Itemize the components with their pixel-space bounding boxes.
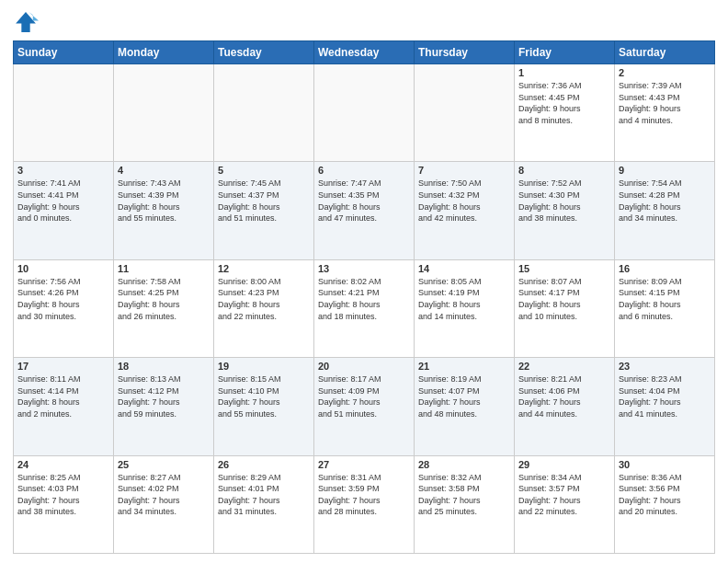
week-row-3: 10Sunrise: 7:56 AM Sunset: 4:26 PM Dayli… [14,259,715,357]
day-info: Sunrise: 7:47 AM Sunset: 4:35 PM Dayligh… [318,178,410,224]
day-info: Sunrise: 8:32 AM Sunset: 3:58 PM Dayligh… [418,472,510,518]
page: SundayMondayTuesdayWednesdayThursdayFrid… [0,0,728,563]
day-number: 4 [118,165,210,176]
calendar-cell: 26Sunrise: 8:29 AM Sunset: 4:01 PM Dayli… [214,455,314,553]
weekday-header-monday: Monday [114,41,214,64]
day-info: Sunrise: 8:02 AM Sunset: 4:21 PM Dayligh… [318,276,410,322]
day-number: 21 [418,361,510,372]
day-info: Sunrise: 8:13 AM Sunset: 4:12 PM Dayligh… [118,373,210,419]
calendar-cell: 20Sunrise: 8:17 AM Sunset: 4:09 PM Dayli… [314,358,415,455]
day-number: 16 [619,263,711,274]
calendar-cell: 30Sunrise: 8:36 AM Sunset: 3:56 PM Dayli… [615,455,715,553]
day-info: Sunrise: 8:09 AM Sunset: 4:15 PM Dayligh… [619,276,711,322]
day-info: Sunrise: 7:43 AM Sunset: 4:39 PM Dayligh… [118,178,210,224]
day-info: Sunrise: 7:36 AM Sunset: 4:45 PM Dayligh… [518,80,610,126]
day-info: Sunrise: 8:17 AM Sunset: 4:09 PM Dayligh… [318,373,410,419]
day-number: 3 [17,165,109,176]
day-number: 25 [118,459,210,470]
day-number: 17 [17,361,109,372]
day-number: 19 [218,361,310,372]
day-info: Sunrise: 8:05 AM Sunset: 4:19 PM Dayligh… [418,276,510,322]
weekday-header-thursday: Thursday [415,41,515,64]
day-number: 15 [518,263,610,274]
day-info: Sunrise: 8:00 AM Sunset: 4:23 PM Dayligh… [218,276,310,322]
calendar-cell: 21Sunrise: 8:19 AM Sunset: 4:07 PM Dayli… [415,358,515,455]
day-number: 29 [518,459,610,470]
calendar-cell [114,64,214,162]
day-number: 8 [518,165,610,176]
day-number: 6 [318,165,410,176]
calendar-cell: 29Sunrise: 8:34 AM Sunset: 3:57 PM Dayli… [515,455,615,553]
day-info: Sunrise: 8:25 AM Sunset: 4:03 PM Dayligh… [17,472,109,518]
calendar-cell: 5Sunrise: 7:45 AM Sunset: 4:37 PM Daylig… [214,162,314,259]
day-number: 30 [619,459,711,470]
calendar-cell: 10Sunrise: 7:56 AM Sunset: 4:26 PM Dayli… [14,259,114,357]
calendar-cell [14,64,114,162]
weekday-header-sunday: Sunday [14,41,114,64]
day-number: 10 [17,263,109,274]
day-number: 2 [619,67,711,78]
day-info: Sunrise: 8:23 AM Sunset: 4:04 PM Dayligh… [619,373,711,419]
calendar-cell: 19Sunrise: 8:15 AM Sunset: 4:10 PM Dayli… [214,358,314,455]
calendar-cell: 28Sunrise: 8:32 AM Sunset: 3:58 PM Dayli… [415,455,515,553]
weekday-header-friday: Friday [515,41,615,64]
day-number: 9 [619,165,711,176]
logo-icon [13,9,39,35]
day-info: Sunrise: 7:41 AM Sunset: 4:41 PM Dayligh… [17,178,109,224]
day-info: Sunrise: 7:45 AM Sunset: 4:37 PM Dayligh… [218,178,310,224]
day-info: Sunrise: 8:34 AM Sunset: 3:57 PM Dayligh… [518,472,610,518]
calendar-cell: 14Sunrise: 8:05 AM Sunset: 4:19 PM Dayli… [415,259,515,357]
day-number: 18 [118,361,210,372]
day-info: Sunrise: 7:39 AM Sunset: 4:43 PM Dayligh… [619,80,711,126]
calendar-cell: 12Sunrise: 8:00 AM Sunset: 4:23 PM Dayli… [214,259,314,357]
calendar-cell: 13Sunrise: 8:02 AM Sunset: 4:21 PM Dayli… [314,259,415,357]
day-info: Sunrise: 8:27 AM Sunset: 4:02 PM Dayligh… [118,472,210,518]
day-number: 24 [17,459,109,470]
week-row-4: 17Sunrise: 8:11 AM Sunset: 4:14 PM Dayli… [14,358,715,455]
day-info: Sunrise: 8:07 AM Sunset: 4:17 PM Dayligh… [518,276,610,322]
week-row-1: 1Sunrise: 7:36 AM Sunset: 4:45 PM Daylig… [14,64,715,162]
day-info: Sunrise: 7:58 AM Sunset: 4:25 PM Dayligh… [118,276,210,322]
day-info: Sunrise: 7:52 AM Sunset: 4:30 PM Dayligh… [518,178,610,224]
day-number: 1 [518,67,610,78]
calendar-cell [415,64,515,162]
day-info: Sunrise: 8:36 AM Sunset: 3:56 PM Dayligh… [619,472,711,518]
logo [13,9,42,35]
calendar-table: SundayMondayTuesdayWednesdayThursdayFrid… [13,40,715,554]
calendar-cell: 8Sunrise: 7:52 AM Sunset: 4:30 PM Daylig… [515,162,615,259]
day-number: 7 [418,165,510,176]
header [13,9,715,35]
day-info: Sunrise: 8:11 AM Sunset: 4:14 PM Dayligh… [17,373,109,419]
week-row-2: 3Sunrise: 7:41 AM Sunset: 4:41 PM Daylig… [14,162,715,259]
day-info: Sunrise: 8:29 AM Sunset: 4:01 PM Dayligh… [218,472,310,518]
day-number: 23 [619,361,711,372]
calendar-cell: 23Sunrise: 8:23 AM Sunset: 4:04 PM Dayli… [615,358,715,455]
day-number: 13 [318,263,410,274]
calendar-cell: 25Sunrise: 8:27 AM Sunset: 4:02 PM Dayli… [114,455,214,553]
day-info: Sunrise: 8:15 AM Sunset: 4:10 PM Dayligh… [218,373,310,419]
calendar-cell: 1Sunrise: 7:36 AM Sunset: 4:45 PM Daylig… [515,64,615,162]
calendar-cell [314,64,415,162]
day-number: 12 [218,263,310,274]
day-number: 28 [418,459,510,470]
calendar-cell: 22Sunrise: 8:21 AM Sunset: 4:06 PM Dayli… [515,358,615,455]
calendar-cell: 17Sunrise: 8:11 AM Sunset: 4:14 PM Dayli… [14,358,114,455]
calendar-cell [214,64,314,162]
weekday-header-tuesday: Tuesday [214,41,314,64]
weekday-header-row: SundayMondayTuesdayWednesdayThursdayFrid… [14,41,715,64]
calendar-cell: 3Sunrise: 7:41 AM Sunset: 4:41 PM Daylig… [14,162,114,259]
day-info: Sunrise: 7:50 AM Sunset: 4:32 PM Dayligh… [418,178,510,224]
weekday-header-saturday: Saturday [615,41,715,64]
calendar-cell: 2Sunrise: 7:39 AM Sunset: 4:43 PM Daylig… [615,64,715,162]
calendar-cell: 15Sunrise: 8:07 AM Sunset: 4:17 PM Dayli… [515,259,615,357]
day-number: 20 [318,361,410,372]
calendar-cell: 18Sunrise: 8:13 AM Sunset: 4:12 PM Dayli… [114,358,214,455]
day-info: Sunrise: 8:31 AM Sunset: 3:59 PM Dayligh… [318,472,410,518]
calendar-cell: 27Sunrise: 8:31 AM Sunset: 3:59 PM Dayli… [314,455,415,553]
calendar-cell: 16Sunrise: 8:09 AM Sunset: 4:15 PM Dayli… [615,259,715,357]
calendar-cell: 11Sunrise: 7:58 AM Sunset: 4:25 PM Dayli… [114,259,214,357]
calendar-cell: 6Sunrise: 7:47 AM Sunset: 4:35 PM Daylig… [314,162,415,259]
calendar-cell: 7Sunrise: 7:50 AM Sunset: 4:32 PM Daylig… [415,162,515,259]
day-info: Sunrise: 7:56 AM Sunset: 4:26 PM Dayligh… [17,276,109,322]
day-number: 26 [218,459,310,470]
